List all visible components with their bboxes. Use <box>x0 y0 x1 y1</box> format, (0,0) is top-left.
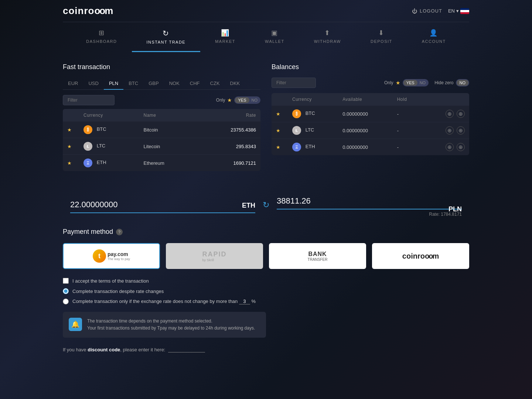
toggle-switch[interactable]: YES NO <box>234 96 260 104</box>
bal-btc-available: 0.00000000 <box>338 106 392 122</box>
star-btc[interactable]: ★ <box>67 127 72 133</box>
tab-btc[interactable]: BTC <box>123 78 143 90</box>
from-amount-input[interactable] <box>70 197 255 213</box>
logo: coinrooom <box>63 5 113 17</box>
complete-despite-radio[interactable] <box>63 288 69 294</box>
payment-tpay[interactable]: t pay.com The way to pay <box>63 243 160 269</box>
form-complete-if-rate[interactable]: Complete transaction only if the exchang… <box>63 299 469 304</box>
nav-label-dashboard: DASHBOARD <box>86 39 117 44</box>
bal-ltc-icon: Ł <box>292 126 301 135</box>
logout-button[interactable]: ⏻ LOGOUT <box>412 8 442 14</box>
hide-zero-switch[interactable]: NO <box>456 79 470 86</box>
bal-col-actions <box>422 93 469 106</box>
nav-item-deposit[interactable]: ⬇ DEPOSIT <box>356 22 407 52</box>
table-row[interactable]: ★ ₿ BTC Bitcoin 23755.4386 <box>63 122 260 138</box>
nav-label-wallet: WALLET <box>265 39 284 44</box>
table-row[interactable]: ★ Ł LTC Litecoin 295.8343 <box>63 138 260 155</box>
help-icon[interactable]: ? <box>116 229 123 235</box>
btc-name: Bitcoin <box>139 122 196 138</box>
bal-eth-withdraw-icon[interactable]: ⊕ <box>457 143 465 151</box>
tab-gbp[interactable]: GBP <box>143 78 164 90</box>
topbar: coinrooom ⏻ LOGOUT EN ▾ <box>63 0 469 22</box>
nav-label-withdraw: WITHDRAW <box>314 39 341 44</box>
currency-tabs: EUR USD PLN BTC GBP NOK CHF CZK DKK <box>63 78 260 90</box>
rapid-subtitle: by Skrill <box>202 258 226 262</box>
tab-dkk[interactable]: DKK <box>225 78 245 90</box>
currency-table: Currency Name Rate ★ ₿ BTC Bitcoin 23755… <box>63 109 260 171</box>
nav-item-market[interactable]: 📊 MARKET <box>200 22 250 52</box>
star-bal-btc[interactable]: ★ <box>276 111 280 117</box>
bal-eth-available: 0.00000000 <box>338 139 392 156</box>
swap-icon[interactable]: ↻ <box>263 200 269 210</box>
hide-zero-no: NO <box>457 80 469 86</box>
nav-label-instant-trade: INSTANT TRADE <box>147 40 186 44</box>
bank-subtitle: TRANSFER <box>308 258 328 262</box>
nav-item-instant-trade[interactable]: ↻ INSTANT TRADE <box>132 22 201 52</box>
payment-rapid[interactable]: RAPID by Skrill <box>166 243 263 269</box>
percent-input[interactable] <box>239 299 250 304</box>
toggle-yes: YES <box>235 97 249 103</box>
bal-eth-icon: Ξ <box>292 143 301 151</box>
bal-ltc-withdraw-icon[interactable]: ⊕ <box>457 126 465 134</box>
to-amount-input[interactable] <box>277 193 462 209</box>
accept-terms-checkbox[interactable] <box>63 278 69 284</box>
balances-title: Balances <box>272 63 469 71</box>
ltc-rate: 295.8343 <box>195 138 260 155</box>
flag-icon <box>460 8 469 14</box>
nav-item-dashboard[interactable]: ⊞ DASHBOARD <box>71 22 132 52</box>
nav-item-withdraw[interactable]: ⬆ WITHDRAW <box>299 22 356 52</box>
bal-ltc-deposit-icon[interactable]: ⊕ <box>446 126 454 134</box>
info-text: The transaction time depends on the paym… <box>87 318 255 332</box>
nav-item-account[interactable]: 👤 ACCOUNT <box>407 22 461 52</box>
eth-symbol: ETH <box>97 160 106 165</box>
table-row[interactable]: ★ Ξ ETH Ethereum 1690.7121 <box>63 155 260 171</box>
bal-btc-withdraw-icon[interactable]: ⊕ <box>457 110 465 118</box>
col-name-header: Name <box>139 109 196 122</box>
tab-chf[interactable]: CHF <box>185 78 205 90</box>
payment-coinroom[interactable]: coinrooom <box>372 243 469 269</box>
hide-zero-toggle: Hide zero NO <box>434 79 469 86</box>
star-bal-ltc[interactable]: ★ <box>276 128 280 133</box>
exchange-section: ETH ↻ PLN Rate: 1784.8171 <box>63 193 469 217</box>
form-options: I accept the terms of the transaction Co… <box>63 278 469 304</box>
tab-pln[interactable]: PLN <box>104 78 123 90</box>
tpay-subtitle: The way to pay <box>108 257 130 261</box>
account-icon: 👤 <box>429 29 438 37</box>
discount-code-input[interactable] <box>168 347 205 352</box>
form-accept-terms[interactable]: I accept the terms of the transaction <box>63 278 469 284</box>
payment-title: Payment method ? <box>63 228 469 236</box>
col-rate-header: Rate <box>195 109 260 122</box>
tab-eur[interactable]: EUR <box>63 78 83 90</box>
tpay-text-group: pay.com The way to pay <box>108 251 130 261</box>
bal-btc-icon: ₿ <box>292 109 301 118</box>
bal-ltc-sym: LTC <box>306 127 314 133</box>
complete-if-rate-label: Complete transaction only if the exchang… <box>72 299 256 304</box>
payment-bank[interactable]: BANK TRANSFER <box>269 243 366 269</box>
bal-eth-deposit-icon[interactable]: ⊕ <box>446 143 454 151</box>
star-bal-eth[interactable]: ★ <box>276 144 280 150</box>
balances-filter-input[interactable] <box>272 78 316 88</box>
ltc-coin-icon: Ł <box>83 142 92 151</box>
only-toggle: Only ★ YES NO <box>216 96 260 104</box>
tab-usd[interactable]: USD <box>83 78 103 90</box>
info-line2: Your first transactions submitted by Tpa… <box>87 325 255 332</box>
language-selector[interactable]: EN ▾ <box>448 8 469 14</box>
nav-item-wallet[interactable]: ▣ WALLET <box>250 22 299 52</box>
info-line1: The transaction time depends on the paym… <box>87 318 255 325</box>
tab-nok[interactable]: NOK <box>164 78 185 90</box>
fast-transaction-title: Fast transaction <box>63 63 260 71</box>
info-box: 🔔 The transaction time depends on the pa… <box>63 312 266 338</box>
balances-toggle-switch[interactable]: YES NO <box>403 79 429 86</box>
payment-title-text: Payment method <box>63 228 113 236</box>
form-complete-despite[interactable]: Complete transaction despite rate change… <box>63 288 469 294</box>
complete-if-rate-radio[interactable] <box>63 299 69 304</box>
eth-rate: 1690.7121 <box>195 155 260 171</box>
tab-czk[interactable]: CZK <box>205 78 225 90</box>
lang-label: EN <box>448 8 455 14</box>
star-ltc[interactable]: ★ <box>67 144 72 149</box>
bal-btc-deposit-icon[interactable]: ⊕ <box>446 110 454 118</box>
bal-col-hold: Hold <box>393 93 423 106</box>
tpay-label: pay.com <box>108 251 130 257</box>
filter-input[interactable] <box>63 95 115 105</box>
star-eth[interactable]: ★ <box>67 160 72 166</box>
